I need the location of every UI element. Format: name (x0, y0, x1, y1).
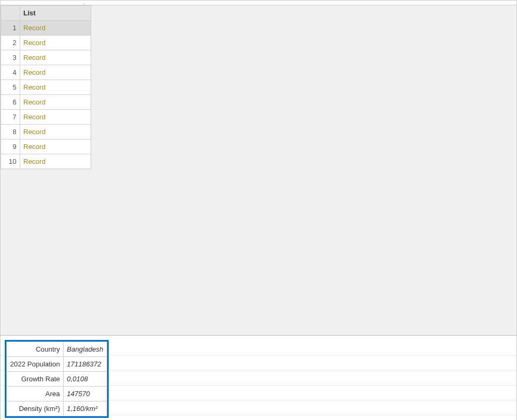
row-number[interactable]: 8 (1, 125, 20, 139)
preview-field-value: 0,0108 (63, 372, 107, 387)
preview-field-label: 2022 Population (7, 357, 64, 372)
record-link[interactable]: Record (20, 139, 91, 154)
list-table-body: 1Record2Record3Record4Record5Record6Reco… (1, 21, 91, 169)
list-row[interactable]: 10Record (1, 154, 91, 169)
list-row[interactable]: 2Record (1, 36, 91, 50)
record-link[interactable]: Record (20, 154, 91, 169)
row-number[interactable]: 5 (1, 80, 20, 95)
list-row[interactable]: 4Record (1, 65, 91, 80)
preview-highlight: CountryBangladesh2022 Population17118637… (5, 340, 109, 418)
row-number[interactable]: 6 (1, 95, 20, 110)
list-table-corner[interactable] (1, 6, 20, 21)
record-link[interactable]: Record (20, 21, 91, 36)
preview-field-value: 171186372 (63, 357, 107, 372)
preview-row: Area147570 (7, 387, 107, 401)
row-number[interactable]: 10 (1, 154, 20, 169)
row-number[interactable]: 1 (1, 21, 20, 36)
record-link[interactable]: Record (20, 80, 91, 95)
data-grid-area: List 1Record2Record3Record4Record5Record… (0, 5, 517, 335)
list-row[interactable]: 1Record (1, 21, 91, 36)
preview-field-label: Country (7, 342, 64, 357)
preview-row: Density (km²)1,160/km² (7, 401, 107, 416)
record-link[interactable]: Record (20, 65, 91, 80)
list-row[interactable]: 3Record (1, 50, 91, 65)
preview-field-value: Bangladesh (63, 342, 107, 357)
row-number[interactable]: 3 (1, 50, 20, 65)
preview-row: 2022 Population171186372 (7, 357, 107, 372)
record-link[interactable]: Record (20, 125, 91, 139)
record-preview-table: CountryBangladesh2022 Population17118637… (6, 342, 107, 416)
preview-row: Growth Rate0,0108 (7, 372, 107, 387)
record-link[interactable]: Record (20, 36, 91, 50)
record-link[interactable]: Record (20, 95, 91, 110)
list-row[interactable]: 9Record (1, 139, 91, 154)
preview-field-label: Density (km²) (7, 401, 64, 416)
preview-field-value: 147570 (63, 387, 107, 401)
list-row[interactable]: 7Record (1, 110, 91, 125)
row-number[interactable]: 7 (1, 110, 20, 125)
preview-row: CountryBangladesh (7, 342, 107, 357)
row-number[interactable]: 2 (1, 36, 20, 50)
list-table: List 1Record2Record3Record4Record5Record… (1, 5, 91, 169)
record-preview-body: CountryBangladesh2022 Population17118637… (7, 342, 107, 416)
list-row[interactable]: 5Record (1, 80, 91, 95)
list-column-header[interactable]: List (20, 6, 91, 21)
row-number[interactable]: 4 (1, 65, 20, 80)
record-link[interactable]: Record (20, 110, 91, 125)
record-link[interactable]: Record (20, 50, 91, 65)
row-number[interactable]: 9 (1, 139, 20, 154)
preview-field-label: Area (7, 387, 64, 401)
preview-field-value: 1,160/km² (63, 401, 107, 416)
list-row[interactable]: 6Record (1, 95, 91, 110)
list-row[interactable]: 8Record (1, 125, 91, 139)
preview-field-label: Growth Rate (7, 372, 64, 387)
record-preview-pane: CountryBangladesh2022 Population17118637… (0, 335, 517, 420)
formula-bar[interactable] (0, 0, 517, 5)
